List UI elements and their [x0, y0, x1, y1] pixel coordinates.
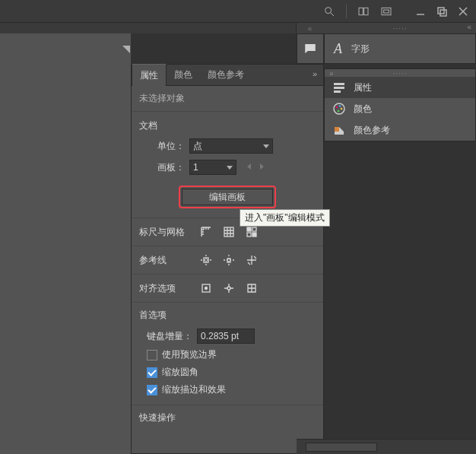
- artboard-prev-icon[interactable]: [246, 162, 253, 173]
- svg-rect-28: [252, 233, 256, 237]
- panel-tabs: 属性 颜色 颜色参考 »: [132, 65, 323, 86]
- palette-icon: [332, 102, 346, 116]
- collapse-chevrons-icon[interactable]: «: [467, 23, 471, 31]
- svg-rect-24: [224, 227, 233, 237]
- dock-grip-icon: «: [308, 24, 313, 33]
- svg-marker-22: [247, 164, 251, 170]
- right-dock-item-color[interactable]: 颜色: [325, 98, 475, 119]
- panel-handle-row: « ····· «: [0, 23, 476, 33]
- snap-pixel-icon[interactable]: [198, 281, 214, 296]
- window-close-button[interactable]: [455, 4, 471, 19]
- expand-chevrons-icon[interactable]: »: [329, 69, 334, 78]
- artboard-next-icon[interactable]: [258, 162, 265, 173]
- svg-rect-26: [252, 227, 256, 231]
- selection-info: 未选择对象: [132, 86, 323, 112]
- checkbox-label: 缩放圆角: [162, 366, 198, 379]
- properties-panel: 属性 颜色 颜色参考 » 未选择对象 文档 单位： 点 画板： 1: [131, 64, 324, 454]
- right-dock-item-properties[interactable]: 属性: [325, 77, 475, 98]
- guides-lock-icon[interactable]: [221, 252, 236, 268]
- checkbox-label: 缩放描边和效果: [162, 383, 226, 396]
- smart-guides-icon[interactable]: [244, 252, 259, 268]
- svg-point-15: [334, 103, 344, 114]
- prefs-title: 首选项: [139, 309, 316, 322]
- svg-point-18: [341, 108, 343, 110]
- artboard-label: 画板：: [139, 161, 185, 174]
- right-dock-item-label: 颜色参考: [354, 124, 390, 137]
- grid-icon[interactable]: [221, 224, 236, 240]
- properties-icon: [332, 81, 346, 94]
- svg-rect-7: [438, 8, 444, 14]
- pixel-grid-icon[interactable]: [244, 224, 259, 240]
- checkbox-scale-strokes[interactable]: [147, 385, 157, 395]
- right-dock-item-label: 颜色: [354, 103, 372, 116]
- glyphs-label: 字形: [351, 43, 370, 56]
- tooltip: 进入"画板"编辑模式: [240, 209, 330, 227]
- scrollbar-track[interactable]: [306, 443, 377, 452]
- svg-point-0: [325, 7, 332, 13]
- svg-rect-27: [247, 233, 251, 237]
- frame-layout-icon[interactable]: [377, 2, 395, 21]
- artboard-select[interactable]: 1: [189, 160, 236, 175]
- svg-rect-5: [384, 10, 389, 13]
- glyph-a-icon: A: [334, 41, 342, 57]
- svg-point-32: [205, 287, 208, 290]
- snap-point-icon[interactable]: [221, 281, 236, 296]
- app-topbar: [0, 0, 476, 23]
- guides-toggle-icon[interactable]: [198, 252, 214, 268]
- svg-rect-4: [382, 8, 391, 14]
- dock-grip-icon: ·····: [393, 24, 408, 33]
- tab-properties[interactable]: 属性: [132, 64, 167, 86]
- workspace-layout-icon[interactable]: [354, 2, 373, 21]
- section-title-document: 文档: [132, 112, 323, 135]
- right-dock-item-label: 属性: [354, 81, 372, 94]
- ruler-icon[interactable]: [198, 224, 214, 240]
- svg-rect-12: [334, 83, 344, 85]
- guides-label: 参考线: [139, 254, 188, 267]
- svg-rect-2: [359, 8, 363, 14]
- svg-marker-23: [260, 164, 264, 170]
- unit-select[interactable]: 点: [189, 138, 273, 154]
- checkbox-label: 使用预览边界: [162, 348, 217, 361]
- svg-rect-3: [364, 8, 368, 14]
- svg-marker-21: [335, 127, 339, 132]
- key-increment-input[interactable]: [197, 329, 255, 344]
- bottom-dock-strip: [297, 439, 476, 454]
- glyphs-panel-tab[interactable]: A 字形: [324, 33, 476, 64]
- panel-flyout-icon[interactable]: »: [313, 69, 317, 78]
- svg-rect-13: [334, 87, 344, 89]
- svg-rect-25: [247, 227, 251, 231]
- edit-artboard-button[interactable]: 编辑画板: [182, 189, 273, 205]
- search-icon[interactable]: [320, 2, 338, 21]
- svg-point-16: [336, 106, 338, 109]
- svg-line-1: [331, 13, 334, 16]
- key-increment-label: 键盘增量：: [147, 330, 192, 343]
- comments-dock-button[interactable]: [297, 33, 324, 64]
- tab-color[interactable]: 颜色: [167, 64, 200, 85]
- tab-color-guide[interactable]: 颜色参考: [200, 64, 252, 85]
- svg-rect-14: [334, 90, 341, 93]
- svg-point-17: [339, 105, 341, 107]
- window-minimize-button[interactable]: [412, 4, 429, 19]
- quick-actions-label: 快速操作: [139, 411, 316, 424]
- document-canvas[interactable]: [0, 33, 131, 454]
- edit-artboard-highlight: 编辑画板: [179, 186, 276, 208]
- checkbox-scale-corners[interactable]: [147, 367, 157, 378]
- right-dock-list: ·····» 属性 颜色 颜色参考: [324, 68, 476, 141]
- svg-point-33: [227, 287, 230, 290]
- unit-label: 单位：: [139, 140, 185, 153]
- snap-grid-icon[interactable]: [244, 281, 259, 296]
- align-options-label: 对齐选项: [139, 282, 188, 295]
- right-dock-item-color-guide[interactable]: 颜色参考: [325, 119, 475, 141]
- swatch-icon: [332, 123, 346, 137]
- svg-point-19: [338, 110, 340, 113]
- window-maximize-button[interactable]: [433, 4, 450, 19]
- panel-menu-triangle-icon[interactable]: [120, 43, 132, 56]
- checkbox-preview-bounds[interactable]: [147, 350, 157, 360]
- svg-marker-11: [122, 46, 130, 53]
- ruler-grid-label: 标尺与网格: [139, 226, 188, 239]
- svg-rect-8: [440, 10, 446, 16]
